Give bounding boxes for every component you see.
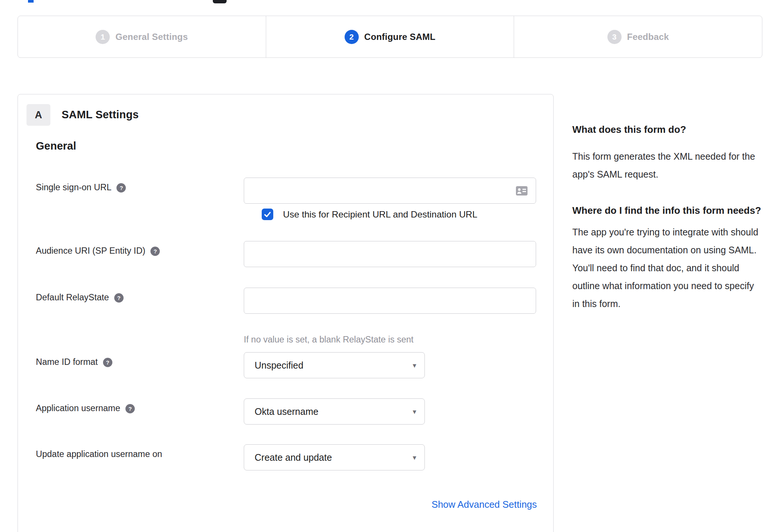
sso-url-row: Single sign-on URL ? bbox=[36, 178, 536, 204]
chevron-down-icon: ▾ bbox=[413, 361, 416, 370]
update-app-username-label-group: Update application username on bbox=[36, 444, 244, 459]
name-id-format-label: Name ID format bbox=[36, 357, 98, 367]
general-section-heading: General bbox=[36, 140, 76, 152]
sso-recipient-checkbox[interactable] bbox=[262, 209, 273, 220]
application-username-help-icon[interactable]: ? bbox=[125, 404, 135, 413]
sidebar-question-2-heading: Where do I find the info this form needs… bbox=[572, 204, 763, 217]
chevron-down-icon: ▾ bbox=[413, 453, 416, 462]
step-3-label: Feedback bbox=[627, 32, 669, 42]
sso-url-input-wrap bbox=[244, 178, 536, 204]
sso-recipient-checkbox-row: Use this for Recipient URL and Destinati… bbox=[262, 209, 477, 220]
update-app-username-selected-value: Create and update bbox=[244, 452, 332, 463]
wizard-stepper: 1 General Settings 2 Configure SAML 3 Fe… bbox=[18, 16, 762, 58]
step-configure-saml[interactable]: 2 Configure SAML bbox=[266, 16, 514, 57]
show-advanced-settings-link[interactable]: Show Advanced Settings bbox=[244, 499, 537, 510]
relay-state-input[interactable] bbox=[244, 288, 536, 313]
audience-uri-label-group: Audience URI (SP Entity ID) ? bbox=[36, 241, 244, 256]
name-id-format-label-group: Name ID format ? bbox=[36, 352, 244, 367]
relay-state-help-icon[interactable]: ? bbox=[114, 293, 124, 303]
relay-state-label: Default RelayState bbox=[36, 292, 109, 303]
audience-uri-row: Audience URI (SP Entity ID) ? bbox=[36, 241, 536, 267]
saml-settings-card: A SAML Settings General Single sign-on U… bbox=[18, 94, 554, 532]
name-id-format-select[interactable]: Unspecified ▾ bbox=[244, 352, 425, 378]
relay-state-label-group: Default RelayState ? bbox=[36, 288, 244, 303]
application-username-label: Application username bbox=[36, 403, 120, 413]
application-username-selected-value: Okta username bbox=[244, 406, 318, 417]
audience-uri-help-icon[interactable]: ? bbox=[150, 247, 160, 256]
step-general-settings[interactable]: 1 General Settings bbox=[18, 16, 266, 57]
card-title: SAML Settings bbox=[62, 109, 139, 121]
relay-state-input-wrap bbox=[244, 288, 536, 314]
sidebar-question-2-body: The app you're trying to integrate with … bbox=[572, 223, 763, 313]
application-username-label-group: Application username ? bbox=[36, 398, 244, 413]
top-cutoff-dark-fragment bbox=[213, 0, 227, 3]
audience-uri-input[interactable] bbox=[244, 241, 536, 267]
relay-state-row: Default RelayState ? bbox=[36, 288, 536, 314]
update-app-username-label: Update application username on bbox=[36, 449, 162, 459]
top-cutoff-blue-fragment bbox=[28, 0, 34, 3]
sso-url-input[interactable] bbox=[244, 178, 536, 203]
sidebar-question-1-body: This form generates the XML needed for t… bbox=[572, 147, 763, 183]
sso-url-label-group: Single sign-on URL ? bbox=[36, 178, 244, 193]
chevron-down-icon: ▾ bbox=[413, 407, 416, 416]
update-app-username-select[interactable]: Create and update ▾ bbox=[244, 444, 425, 470]
section-a-badge: A bbox=[27, 104, 50, 126]
sso-url-label: Single sign-on URL bbox=[36, 182, 111, 193]
step-2-number-badge: 2 bbox=[345, 30, 359, 44]
sso-recipient-checkbox-label: Use this for Recipient URL and Destinati… bbox=[283, 209, 477, 220]
application-username-select[interactable]: Okta username ▾ bbox=[244, 398, 425, 425]
help-sidebar: What does this form do? This form genera… bbox=[572, 123, 763, 313]
checkmark-icon bbox=[263, 210, 272, 219]
relay-state-hint: If no value is set, a blank RelayState i… bbox=[244, 335, 414, 345]
sidebar-question-1-heading: What does this form do? bbox=[572, 123, 763, 136]
application-username-row: Application username ? Okta username ▾ bbox=[36, 398, 536, 425]
step-1-label: General Settings bbox=[115, 32, 188, 42]
name-id-format-row: Name ID format ? Unspecified ▾ bbox=[36, 352, 536, 378]
sso-url-help-icon[interactable]: ? bbox=[116, 183, 126, 193]
name-id-format-selected-value: Unspecified bbox=[244, 360, 304, 371]
audience-uri-label: Audience URI (SP Entity ID) bbox=[36, 246, 145, 256]
update-app-username-row: Update application username on Create an… bbox=[36, 444, 536, 470]
step-feedback[interactable]: 3 Feedback bbox=[514, 16, 762, 57]
audience-uri-input-wrap bbox=[244, 241, 536, 267]
name-id-format-help-icon[interactable]: ? bbox=[103, 358, 112, 367]
step-1-number-badge: 1 bbox=[96, 30, 110, 44]
contact-card-icon[interactable] bbox=[516, 186, 528, 195]
step-3-number-badge: 3 bbox=[607, 30, 622, 44]
configure-saml-page: { "colors": { "accent_blue": "#1662dd", … bbox=[0, 0, 781, 532]
step-2-label: Configure SAML bbox=[364, 32, 436, 42]
